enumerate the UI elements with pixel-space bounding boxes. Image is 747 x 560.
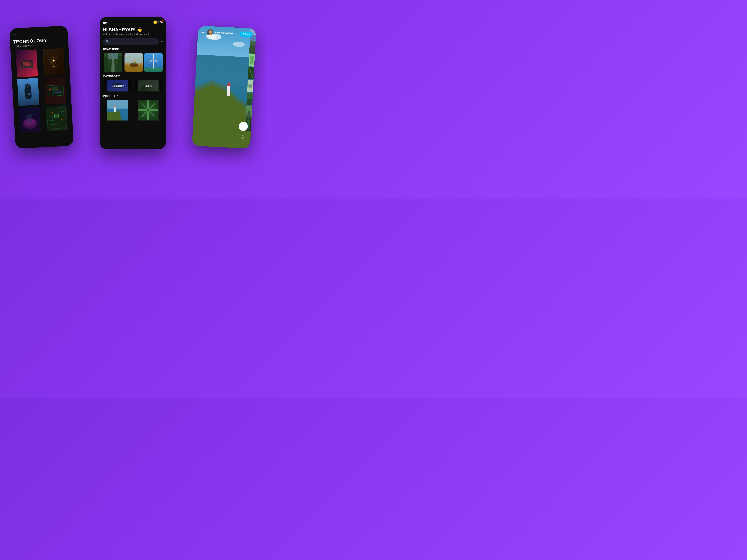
svg-rect-62 <box>136 64 137 66</box>
svg-rect-50 <box>118 56 123 72</box>
category-label-technology: Technology <box>111 85 124 87</box>
svg-rect-29 <box>27 114 29 118</box>
phone-right: ← Shahryar Minhas Follow ↓ <box>192 26 256 149</box>
heart-icon: ♡ <box>240 134 245 140</box>
strip-img-2[interactable] <box>249 41 256 54</box>
svg-rect-15 <box>29 84 30 87</box>
svg-rect-61 <box>135 64 135 66</box>
popular-grid <box>103 100 163 121</box>
category-section-title: CATEGORY <box>103 75 163 78</box>
svg-rect-55 <box>125 53 143 63</box>
svg-point-71 <box>153 58 154 60</box>
user-avatar <box>207 29 213 35</box>
strip-img-6[interactable] <box>247 92 253 105</box>
search-bar[interactable]: 🔍 <box>103 38 159 45</box>
featured-grid <box>103 53 163 72</box>
phone-center: 🪙 200 HI SHAHRYAR! 👋 Welcome to the most… <box>100 17 166 149</box>
greeting-sub: Welcome to the most trending wallpaper a… <box>103 33 163 35</box>
strip-img-3[interactable] <box>248 54 255 66</box>
coin-badge: 🪙 200 <box>153 20 163 24</box>
svg-marker-81 <box>107 111 122 121</box>
search-input[interactable] <box>111 40 156 43</box>
svg-rect-10 <box>52 66 55 67</box>
svg-rect-53 <box>108 53 118 59</box>
featured-section-title: FEATURED <box>103 48 163 51</box>
svg-rect-108 <box>249 45 255 54</box>
svg-rect-5 <box>43 48 65 76</box>
svg-point-94 <box>147 109 149 111</box>
back-button-left[interactable]: ← <box>12 30 65 37</box>
category-label-nature: Nature <box>145 85 152 87</box>
tech-image-4[interactable] <box>42 76 69 105</box>
category-card-technology[interactable]: Technology <box>103 80 132 91</box>
image-grid <box>14 48 70 133</box>
notification-dot <box>162 20 163 22</box>
svg-point-64 <box>134 60 136 62</box>
svg-rect-60 <box>132 64 133 66</box>
detail-actions: ↓ ♡ <box>238 122 248 140</box>
svg-rect-59 <box>131 64 132 66</box>
follow-button[interactable]: Follow <box>239 31 253 37</box>
search-row: 🔍 ≡ <box>103 38 163 45</box>
svg-rect-31 <box>31 114 32 117</box>
tech-image-1[interactable] <box>14 49 40 77</box>
tech-image-3[interactable] <box>15 78 42 106</box>
featured-image-1[interactable] <box>103 53 123 72</box>
svg-rect-23 <box>52 87 58 91</box>
svg-rect-110 <box>250 56 254 64</box>
back-button-right[interactable]: ← <box>201 30 205 35</box>
tech-image-2[interactable] <box>40 48 67 76</box>
svg-rect-100 <box>227 84 231 86</box>
strip-img-7[interactable] <box>246 105 252 118</box>
heart-button[interactable]: ♡ <box>240 134 245 140</box>
svg-rect-99 <box>227 85 230 96</box>
popular-image-2[interactable] <box>134 100 163 121</box>
coin-emoji: 🪙 <box>153 20 157 24</box>
svg-point-17 <box>27 93 30 96</box>
svg-line-9 <box>54 64 54 66</box>
category-card-nature[interactable]: Nature <box>134 80 163 91</box>
greeting-title: HI SHAHRYAR! 👋 <box>103 27 163 32</box>
svg-rect-44 <box>54 114 59 118</box>
filter-button[interactable]: ≡ <box>160 39 163 44</box>
svg-rect-13 <box>25 84 27 88</box>
strip-img-4[interactable] <box>248 67 254 79</box>
popular-section-title: POPULAR <box>103 95 163 98</box>
featured-image-3[interactable] <box>144 53 163 72</box>
featured-image-2[interactable] <box>125 53 143 72</box>
popular-image-1[interactable] <box>103 100 132 121</box>
svg-rect-14 <box>27 83 29 87</box>
svg-rect-67 <box>153 59 154 69</box>
phone-left: ← TECHNOLOGY 2,354 Images found <box>9 26 74 149</box>
svg-rect-116 <box>247 99 253 105</box>
tech-image-6[interactable] <box>43 105 70 131</box>
download-button[interactable]: ↓ <box>238 122 248 131</box>
username: Shahryar Minhas <box>215 31 233 35</box>
tech-image-5[interactable] <box>17 106 43 133</box>
search-icon: 🔍 <box>106 40 109 43</box>
svg-rect-49 <box>104 57 108 72</box>
phones-container: ← TECHNOLOGY 2,354 Images found <box>0 0 265 199</box>
center-header: 🪙 200 <box>103 20 163 24</box>
hamburger-button[interactable] <box>103 21 107 24</box>
svg-rect-16 <box>24 89 26 92</box>
svg-rect-30 <box>29 114 30 118</box>
svg-rect-84 <box>107 100 128 109</box>
category-grid: Technology Nature <box>103 80 163 91</box>
strip-img-5[interactable] <box>247 80 254 92</box>
download-icon: ↓ <box>242 125 244 128</box>
